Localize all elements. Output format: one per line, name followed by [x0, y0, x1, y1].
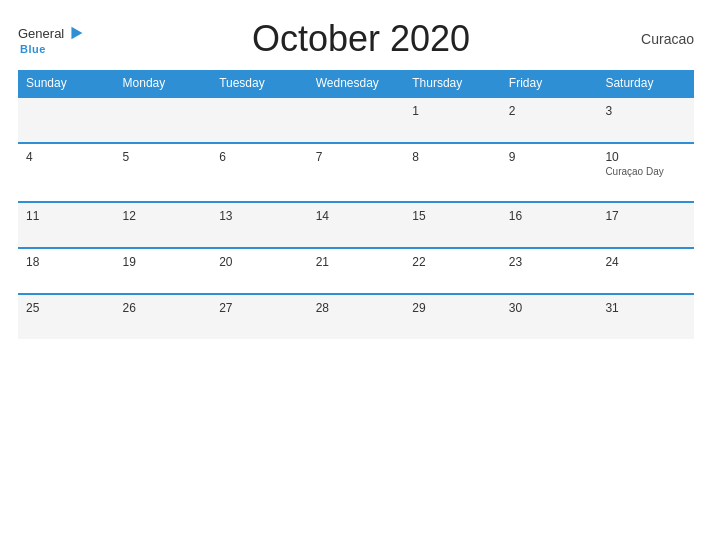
day-number: 28: [316, 301, 397, 315]
day-number: 24: [605, 255, 686, 269]
day-number: 18: [26, 255, 107, 269]
calendar-cell: 27: [211, 294, 308, 339]
week-row-2: 11121314151617: [18, 202, 694, 248]
weekday-header-wednesday: Wednesday: [308, 70, 405, 97]
calendar-cell: [18, 97, 115, 143]
day-number: 17: [605, 209, 686, 223]
calendar-cell: 25: [18, 294, 115, 339]
calendar-cell: 11: [18, 202, 115, 248]
logo-general-text: General: [18, 26, 64, 41]
day-number: 15: [412, 209, 493, 223]
weekday-header-tuesday: Tuesday: [211, 70, 308, 97]
calendar-cell: 16: [501, 202, 598, 248]
calendar-cell: 26: [115, 294, 212, 339]
logo-flag-icon: [66, 23, 86, 43]
day-number: 26: [123, 301, 204, 315]
calendar-cell: [308, 97, 405, 143]
week-row-3: 18192021222324: [18, 248, 694, 294]
weekday-header-row: SundayMondayTuesdayWednesdayThursdayFrid…: [18, 70, 694, 97]
country-label: Curacao: [614, 31, 694, 47]
calendar-cell: 19: [115, 248, 212, 294]
calendar-cell: 28: [308, 294, 405, 339]
calendar-cell: [211, 97, 308, 143]
calendar-cell: 9: [501, 143, 598, 202]
day-number: 19: [123, 255, 204, 269]
day-number: 13: [219, 209, 300, 223]
svg-marker-0: [72, 27, 83, 40]
calendar-cell: 21: [308, 248, 405, 294]
holiday-label: Curaçao Day: [605, 166, 686, 177]
day-number: 2: [509, 104, 590, 118]
day-number: 4: [26, 150, 107, 164]
week-row-4: 25262728293031: [18, 294, 694, 339]
weekday-header-friday: Friday: [501, 70, 598, 97]
day-number: 12: [123, 209, 204, 223]
calendar-cell: 14: [308, 202, 405, 248]
calendar-cell: 1: [404, 97, 501, 143]
calendar-cell: 13: [211, 202, 308, 248]
logo: General Blue: [18, 23, 108, 55]
weekday-header-monday: Monday: [115, 70, 212, 97]
day-number: 7: [316, 150, 397, 164]
calendar-cell: 30: [501, 294, 598, 339]
calendar-header: General Blue October 2020 Curacao: [18, 18, 694, 60]
calendar-cell: 6: [211, 143, 308, 202]
day-number: 6: [219, 150, 300, 164]
day-number: 3: [605, 104, 686, 118]
day-number: 21: [316, 255, 397, 269]
calendar-cell: 29: [404, 294, 501, 339]
calendar-cell: 8: [404, 143, 501, 202]
day-number: 27: [219, 301, 300, 315]
day-number: 30: [509, 301, 590, 315]
calendar-cell: 12: [115, 202, 212, 248]
weekday-header-saturday: Saturday: [597, 70, 694, 97]
calendar-container: General Blue October 2020 Curacao Sunday…: [0, 0, 712, 550]
logo-blue-text: Blue: [20, 43, 46, 55]
calendar-cell: 2: [501, 97, 598, 143]
calendar-cell: 23: [501, 248, 598, 294]
calendar-cell: 4: [18, 143, 115, 202]
calendar-table: SundayMondayTuesdayWednesdayThursdayFrid…: [18, 70, 694, 339]
week-row-0: 123: [18, 97, 694, 143]
day-number: 25: [26, 301, 107, 315]
calendar-cell: 10Curaçao Day: [597, 143, 694, 202]
day-number: 22: [412, 255, 493, 269]
weekday-header-sunday: Sunday: [18, 70, 115, 97]
day-number: 16: [509, 209, 590, 223]
calendar-cell: [115, 97, 212, 143]
week-row-1: 45678910Curaçao Day: [18, 143, 694, 202]
day-number: 31: [605, 301, 686, 315]
calendar-cell: 22: [404, 248, 501, 294]
day-number: 29: [412, 301, 493, 315]
day-number: 9: [509, 150, 590, 164]
day-number: 11: [26, 209, 107, 223]
day-number: 1: [412, 104, 493, 118]
day-number: 20: [219, 255, 300, 269]
day-number: 8: [412, 150, 493, 164]
weekday-header-thursday: Thursday: [404, 70, 501, 97]
day-number: 14: [316, 209, 397, 223]
day-number: 10: [605, 150, 686, 164]
month-title: October 2020: [108, 18, 614, 60]
calendar-cell: 3: [597, 97, 694, 143]
day-number: 5: [123, 150, 204, 164]
calendar-cell: 24: [597, 248, 694, 294]
calendar-cell: 18: [18, 248, 115, 294]
calendar-cell: 7: [308, 143, 405, 202]
calendar-cell: 20: [211, 248, 308, 294]
calendar-cell: 5: [115, 143, 212, 202]
calendar-cell: 31: [597, 294, 694, 339]
calendar-cell: 15: [404, 202, 501, 248]
calendar-cell: 17: [597, 202, 694, 248]
day-number: 23: [509, 255, 590, 269]
